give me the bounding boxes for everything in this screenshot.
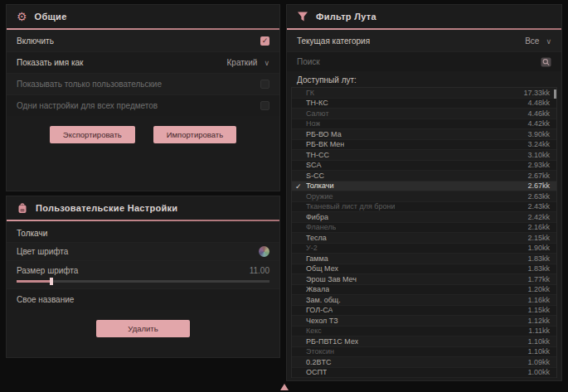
loot-list: ГК17.33kkТН-КС4.48kkСалют4.46kkНож4.42kk… xyxy=(291,87,557,378)
loot-item-row[interactable]: ТН-СС3.10kk xyxy=(292,150,556,161)
loot-item-value: 17.33kk xyxy=(523,89,550,97)
color-wheel-icon[interactable] xyxy=(259,246,269,257)
loot-item-row[interactable]: Фланель2.16kk xyxy=(292,223,556,234)
search-row[interactable] xyxy=(287,51,561,71)
name-format-value: Краткий xyxy=(227,58,258,67)
export-button[interactable]: Экспортировать xyxy=(50,126,135,143)
loot-item-row[interactable]: РБ-ВО Ма3.90kk xyxy=(292,129,556,140)
loot-item-name: ТН-СС xyxy=(306,151,329,159)
loot-item-row[interactable]: Тесла2.15kk xyxy=(292,233,556,244)
loot-item-name: ГК xyxy=(306,89,314,97)
import-button[interactable]: Импортировать xyxy=(153,126,236,143)
filter-panel-header: Фильтр Лута xyxy=(287,5,561,28)
import-export-row: Экспортировать Импортировать xyxy=(7,126,279,143)
check-icon: ✓ xyxy=(295,181,302,192)
loot-item-row[interactable]: Нож4.42kk xyxy=(292,119,556,130)
loot-item-row[interactable]: 0.2BTC1.09kk xyxy=(292,357,556,368)
loot-item-name: Фибра xyxy=(306,213,328,221)
loot-item-name: Чехол ТЗ xyxy=(306,317,338,325)
loot-item-row[interactable]: ✓Толкачи2.67kk xyxy=(292,181,556,192)
font-color-label: Цвет шрифта xyxy=(17,247,68,256)
name-format-dropdown[interactable]: Краткий ∨ xyxy=(227,58,269,67)
custom-name-input[interactable] xyxy=(85,295,269,304)
user-panel-title: Пользовательские Настройки xyxy=(36,203,177,213)
general-settings-panel: ⚙ Общие Включить ✓ Показать имя как Крат… xyxy=(6,4,280,191)
search-input[interactable] xyxy=(297,57,541,66)
loot-item-row[interactable]: Этоксин1.10kk xyxy=(292,347,556,358)
loot-item-row[interactable]: Чехол ТЗ1.12kk xyxy=(292,316,556,327)
loot-item-name: Фланель xyxy=(306,223,336,231)
show-only-custom-checkbox[interactable] xyxy=(260,80,269,89)
show-only-custom-label: Показывать только пользовательские xyxy=(17,80,162,89)
loot-item-row[interactable]: Оружие2.63kk xyxy=(292,191,556,202)
delete-button[interactable]: Удалить xyxy=(96,320,189,337)
loot-item-name: Зам. общ. xyxy=(306,296,341,304)
loot-item-row[interactable]: Жвала1.20kk xyxy=(292,285,556,296)
loot-item-row[interactable]: Салют4.46kk xyxy=(292,109,556,119)
loot-item-name: У-2 xyxy=(306,244,318,252)
user-panel-header: Пользовательские Настройки xyxy=(7,196,279,220)
loot-item-row[interactable]: Тканевый лист для брони2.43kk xyxy=(292,202,556,213)
category-label: Текущая категория xyxy=(297,36,370,46)
show-name-as-label: Показать имя как xyxy=(17,58,83,67)
search-icon[interactable] xyxy=(541,57,551,67)
loot-item-name: Общ Мех xyxy=(306,264,338,273)
font-size-value: 11.00 xyxy=(250,266,269,275)
loot-item-value: 1.16kk xyxy=(527,296,550,304)
loot-item-value: 2.93kk xyxy=(527,161,550,169)
loot-item-name: Нож xyxy=(306,119,320,128)
loot-item-value: 2.16kk xyxy=(527,223,550,231)
font-size-row[interactable]: Размер шрифта 11.00 xyxy=(7,260,279,288)
enable-setting-row[interactable]: Включить ✓ xyxy=(7,30,279,51)
loot-item-name: ОСПТ xyxy=(306,368,327,376)
loot-item-value: 2.42kk xyxy=(527,213,550,221)
loot-item-name: Оружие xyxy=(306,192,333,201)
general-panel-header: ⚙ Общие xyxy=(7,5,279,28)
loot-item-row[interactable]: РБ-ВК Мен3.24kk xyxy=(292,140,556,151)
loot-item-value: 4.42kk xyxy=(527,119,550,128)
same-settings-checkbox[interactable] xyxy=(260,101,269,110)
loot-item-row[interactable]: РБ-ПВТ1С Мех1.10kk xyxy=(292,336,556,347)
custom-name-label: Свое название xyxy=(17,295,74,304)
loot-item-row[interactable]: Фибра2.42kk xyxy=(292,212,556,223)
loot-item-value: 2.63kk xyxy=(527,192,550,201)
available-loot-label: Доступный лут: xyxy=(287,71,561,87)
loot-item-value: 1.15kk xyxy=(527,306,550,314)
font-color-row[interactable]: Цвет шрифта xyxy=(7,242,279,260)
loot-item-name: SCA xyxy=(306,161,322,169)
loot-item-row[interactable]: ТН-КС4.48kk xyxy=(292,99,556,109)
loot-item-name: Этоксин xyxy=(306,347,334,356)
loot-item-value: 1.83kk xyxy=(527,254,550,263)
enable-checkbox[interactable]: ✓ xyxy=(260,36,269,46)
loot-item-row[interactable]: Зам. общ.1.16kk xyxy=(292,295,556,306)
loot-item-name: ГОЛ-СА xyxy=(306,306,333,314)
category-row[interactable]: Текущая категория Все ∨ xyxy=(287,30,561,51)
loot-item-row[interactable]: ОСПТ1.00kk xyxy=(292,368,556,379)
loot-item-row[interactable]: Гамма1.83kk xyxy=(292,254,556,264)
loot-item-row[interactable]: ГОЛ-СА1.15kk xyxy=(292,306,556,317)
loot-item-name: РБ-ВК Мен xyxy=(306,140,344,148)
loot-item-value: 1.10kk xyxy=(527,337,550,346)
show-only-custom-row[interactable]: Показывать только пользовательские xyxy=(7,73,279,94)
enable-label: Включить xyxy=(17,36,54,46)
loot-item-value: 2.15kk xyxy=(527,234,550,242)
loot-item-row[interactable]: ГК17.33kk xyxy=(292,88,556,99)
loot-item-row[interactable]: Эрош Зав Меч1.77kk xyxy=(292,274,556,285)
chevron-down-icon: ∨ xyxy=(546,37,551,46)
font-size-label: Размер шрифта xyxy=(17,266,78,275)
same-settings-row[interactable]: Одни настройки для всех предметов xyxy=(7,94,279,116)
scrollbar-thumb[interactable] xyxy=(554,90,556,99)
loot-item-row[interactable]: У-21.90kk xyxy=(292,244,556,254)
loot-item-row[interactable]: Общ Мех1.83kk xyxy=(292,264,556,275)
font-size-slider[interactable] xyxy=(17,280,269,283)
loot-item-name: Тесла xyxy=(306,234,327,242)
font-size-slider-thumb[interactable] xyxy=(50,278,53,285)
loot-item-row[interactable]: S-CC2.67kk xyxy=(292,171,556,181)
loot-item-row[interactable]: Кекс1.11kk xyxy=(292,327,556,337)
custom-name-row[interactable]: Свое название xyxy=(7,288,279,310)
resize-handle-icon[interactable] xyxy=(280,384,289,390)
show-name-as-row[interactable]: Показать имя как Краткий ∨ xyxy=(7,51,279,73)
category-dropdown[interactable]: Все ∨ xyxy=(525,36,551,46)
loot-item-row[interactable]: SCA2.93kk xyxy=(292,161,556,172)
user-settings-panel: Пользовательские Настройки Толкачи Цвет … xyxy=(6,196,280,358)
